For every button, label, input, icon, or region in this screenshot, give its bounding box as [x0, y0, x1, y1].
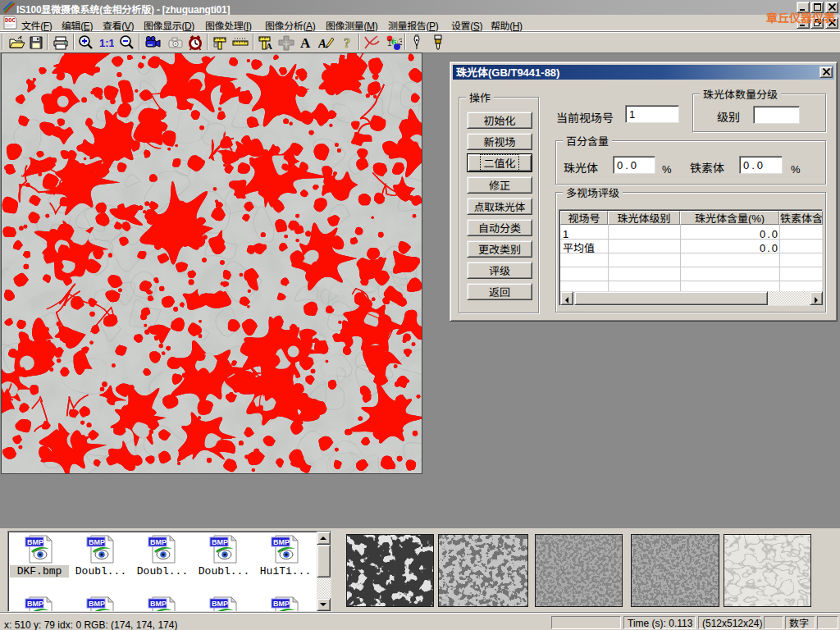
svg-text:?: ? [344, 36, 350, 50]
svg-text:3: 3 [399, 35, 402, 48]
svg-text:DOC: DOC [5, 17, 16, 24]
svg-text:A: A [300, 35, 311, 51]
svg-text:A: A [266, 41, 272, 51]
svg-text:A: A [318, 37, 326, 50]
svg-text:1: 1 [387, 36, 392, 48]
svg-text:1:1: 1:1 [99, 37, 114, 49]
